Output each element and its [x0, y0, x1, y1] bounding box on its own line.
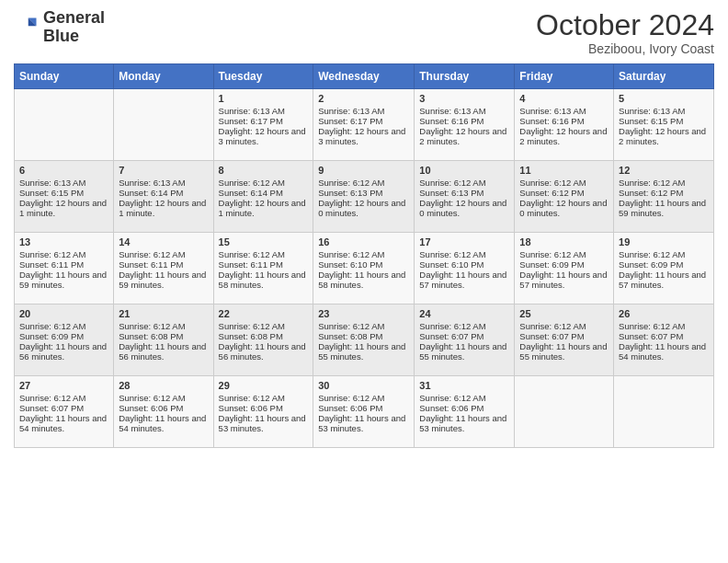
sunset-text: Sunset: 6:10 PM	[419, 259, 509, 270]
calendar-cell: 6Sunrise: 6:13 AMSunset: 6:15 PMDaylight…	[15, 161, 114, 233]
daylight-text: Daylight: 11 hours and 59 minutes.	[119, 270, 208, 290]
calendar-week-row: 20Sunrise: 6:12 AMSunset: 6:09 PMDayligh…	[15, 304, 714, 376]
day-number: 4	[519, 93, 609, 104]
calendar-week-row: 13Sunrise: 6:12 AMSunset: 6:11 PMDayligh…	[15, 233, 714, 304]
day-number: 18	[519, 236, 609, 247]
sunset-text: Sunset: 6:09 PM	[619, 259, 709, 270]
sunset-text: Sunset: 6:06 PM	[419, 403, 509, 413]
sunrise-text: Sunrise: 6:12 AM	[619, 249, 709, 259]
day-number: 17	[419, 236, 509, 247]
title-block: October 2024 Beziboou, Ivory Coast	[536, 9, 714, 56]
day-number: 26	[619, 308, 709, 319]
daylight-text: Daylight: 11 hours and 53 minutes.	[318, 413, 409, 433]
calendar-cell	[15, 89, 114, 161]
calendar-week-row: 27Sunrise: 6:12 AMSunset: 6:07 PMDayligh…	[15, 376, 714, 448]
calendar-cell: 16Sunrise: 6:12 AMSunset: 6:10 PMDayligh…	[313, 233, 415, 304]
col-tuesday: Tuesday	[213, 64, 313, 89]
sunrise-text: Sunrise: 6:13 AM	[19, 178, 108, 188]
sunrise-text: Sunrise: 6:13 AM	[119, 178, 208, 188]
sunrise-text: Sunrise: 6:12 AM	[519, 321, 609, 331]
day-number: 11	[519, 165, 609, 176]
header: General Blue October 2024 Beziboou, Ivor…	[14, 9, 714, 56]
daylight-text: Daylight: 12 hours and 1 minute.	[119, 198, 208, 218]
daylight-text: Daylight: 11 hours and 54 minutes.	[619, 341, 709, 362]
sunrise-text: Sunrise: 6:13 AM	[318, 106, 409, 116]
day-number: 30	[318, 380, 409, 391]
sunset-text: Sunset: 6:16 PM	[519, 116, 609, 126]
sunset-text: Sunset: 6:14 PM	[219, 188, 309, 198]
calendar-cell: 9Sunrise: 6:12 AMSunset: 6:13 PMDaylight…	[313, 161, 415, 233]
sunrise-text: Sunrise: 6:12 AM	[419, 393, 509, 403]
day-number: 2	[318, 93, 409, 104]
calendar-cell: 4Sunrise: 6:13 AMSunset: 6:16 PMDaylight…	[515, 89, 614, 161]
calendar-cell: 18Sunrise: 6:12 AMSunset: 6:09 PMDayligh…	[515, 233, 614, 304]
calendar-cell: 31Sunrise: 6:12 AMSunset: 6:06 PMDayligh…	[415, 376, 515, 448]
sunset-text: Sunset: 6:09 PM	[519, 259, 609, 270]
sunset-text: Sunset: 6:07 PM	[19, 403, 108, 413]
logo-line1: General	[43, 9, 105, 28]
sunrise-text: Sunrise: 6:12 AM	[19, 249, 108, 259]
sunrise-text: Sunrise: 6:12 AM	[318, 249, 409, 259]
daylight-text: Daylight: 11 hours and 59 minutes.	[619, 198, 709, 218]
day-number: 13	[19, 236, 108, 247]
daylight-text: Daylight: 12 hours and 2 minutes.	[619, 126, 709, 146]
logo-text: General Blue	[43, 9, 105, 46]
calendar-cell: 27Sunrise: 6:12 AMSunset: 6:07 PMDayligh…	[15, 376, 114, 448]
sunset-text: Sunset: 6:07 PM	[419, 331, 509, 341]
daylight-text: Daylight: 12 hours and 2 minutes.	[519, 126, 609, 146]
daylight-text: Daylight: 12 hours and 3 minutes.	[318, 126, 409, 146]
logo: General Blue	[14, 9, 105, 46]
calendar-cell	[114, 89, 213, 161]
calendar-week-row: 6Sunrise: 6:13 AMSunset: 6:15 PMDaylight…	[15, 161, 714, 233]
daylight-text: Daylight: 12 hours and 2 minutes.	[419, 126, 509, 146]
sunrise-text: Sunrise: 6:12 AM	[419, 321, 509, 331]
calendar-cell: 30Sunrise: 6:12 AMSunset: 6:06 PMDayligh…	[313, 376, 415, 448]
sunrise-text: Sunrise: 6:12 AM	[219, 249, 309, 259]
daylight-text: Daylight: 11 hours and 54 minutes.	[119, 413, 208, 433]
calendar-cell: 2Sunrise: 6:13 AMSunset: 6:17 PMDaylight…	[313, 89, 415, 161]
day-number: 27	[19, 380, 108, 391]
day-number: 19	[619, 236, 709, 247]
calendar-cell: 8Sunrise: 6:12 AMSunset: 6:14 PMDaylight…	[213, 161, 313, 233]
sunrise-text: Sunrise: 6:12 AM	[318, 321, 409, 331]
calendar-cell: 11Sunrise: 6:12 AMSunset: 6:12 PMDayligh…	[515, 161, 614, 233]
calendar-cell: 19Sunrise: 6:12 AMSunset: 6:09 PMDayligh…	[614, 233, 714, 304]
calendar-cell: 7Sunrise: 6:13 AMSunset: 6:14 PMDaylight…	[114, 161, 213, 233]
col-saturday: Saturday	[614, 64, 714, 89]
sunset-text: Sunset: 6:08 PM	[219, 331, 309, 341]
sunrise-text: Sunrise: 6:12 AM	[119, 393, 208, 403]
sunrise-text: Sunrise: 6:12 AM	[519, 249, 609, 259]
day-number: 14	[119, 236, 208, 247]
day-number: 21	[119, 308, 208, 319]
day-number: 28	[119, 380, 208, 391]
sunrise-text: Sunrise: 6:13 AM	[419, 106, 509, 116]
sunset-text: Sunset: 6:06 PM	[119, 403, 208, 413]
sunrise-text: Sunrise: 6:12 AM	[419, 178, 509, 188]
sunset-text: Sunset: 6:11 PM	[19, 259, 108, 270]
sunset-text: Sunset: 6:07 PM	[519, 331, 609, 341]
day-number: 8	[219, 165, 309, 176]
sunset-text: Sunset: 6:13 PM	[318, 188, 409, 198]
sunrise-text: Sunrise: 6:12 AM	[519, 178, 609, 188]
sunset-text: Sunset: 6:09 PM	[19, 331, 108, 341]
day-number: 3	[419, 93, 509, 104]
day-number: 15	[219, 236, 309, 247]
sunrise-text: Sunrise: 6:12 AM	[19, 393, 108, 403]
daylight-text: Daylight: 11 hours and 58 minutes.	[318, 270, 409, 290]
calendar-cell: 24Sunrise: 6:12 AMSunset: 6:07 PMDayligh…	[415, 304, 515, 376]
daylight-text: Daylight: 11 hours and 58 minutes.	[219, 270, 309, 290]
col-monday: Monday	[114, 64, 213, 89]
sunset-text: Sunset: 6:16 PM	[419, 116, 509, 126]
day-number: 31	[419, 380, 509, 391]
sunset-text: Sunset: 6:10 PM	[318, 259, 409, 270]
daylight-text: Daylight: 11 hours and 53 minutes.	[219, 413, 309, 433]
sunset-text: Sunset: 6:12 PM	[619, 188, 709, 198]
sunset-text: Sunset: 6:11 PM	[219, 259, 309, 270]
daylight-text: Daylight: 11 hours and 55 minutes.	[519, 341, 609, 362]
calendar-cell: 23Sunrise: 6:12 AMSunset: 6:08 PMDayligh…	[313, 304, 415, 376]
sunset-text: Sunset: 6:15 PM	[619, 116, 709, 126]
sunrise-text: Sunrise: 6:12 AM	[19, 321, 108, 331]
sunset-text: Sunset: 6:15 PM	[19, 188, 108, 198]
calendar-cell: 21Sunrise: 6:12 AMSunset: 6:08 PMDayligh…	[114, 304, 213, 376]
sunrise-text: Sunrise: 6:12 AM	[219, 321, 309, 331]
